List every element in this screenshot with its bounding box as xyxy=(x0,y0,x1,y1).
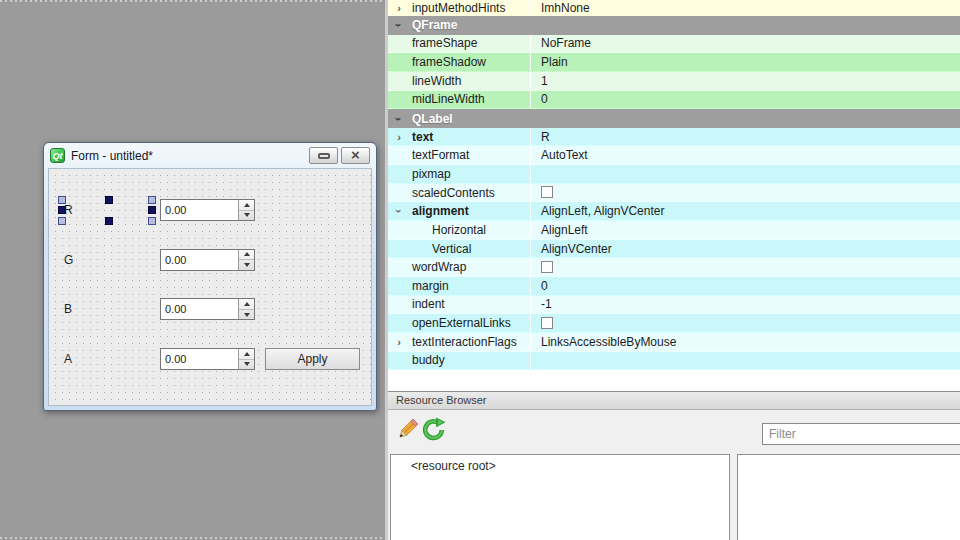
expand-icon[interactable]: › xyxy=(388,336,410,348)
checkbox[interactable] xyxy=(541,261,553,273)
minimize-icon xyxy=(318,153,330,159)
spin-down-button[interactable] xyxy=(239,360,254,370)
up-arrow-icon xyxy=(244,352,250,356)
property-row-buddy[interactable]: buddy xyxy=(388,352,960,371)
property-value[interactable]: 0 xyxy=(531,92,960,106)
property-name: buddy xyxy=(410,353,530,367)
resource-browser-header[interactable]: Resource Browser xyxy=(388,391,960,410)
spin-up-button[interactable] xyxy=(239,349,254,360)
spinbox-B[interactable]: 0.00 xyxy=(160,298,255,320)
property-value[interactable]: NoFrame xyxy=(531,36,960,50)
form-title-bar[interactable]: Qt Form - untitled* × xyxy=(44,143,376,168)
property-value[interactable]: R xyxy=(531,130,960,144)
apply-button[interactable]: Apply xyxy=(265,348,360,370)
property-row-lineWidth[interactable]: lineWidth1 xyxy=(388,72,960,91)
property-row-openExternalLinks[interactable]: openExternalLinks xyxy=(388,314,960,333)
checkbox[interactable] xyxy=(541,186,553,198)
property-value[interactable] xyxy=(531,184,960,201)
spinbox-value[interactable]: 0.00 xyxy=(161,250,238,270)
resource-tree-panel[interactable]: <resource root> xyxy=(390,454,730,540)
property-value[interactable]: AutoText xyxy=(531,148,960,162)
selection-handle[interactable] xyxy=(105,217,113,225)
property-row-frameShadow[interactable]: frameShadowPlain xyxy=(388,53,960,72)
property-value[interactable]: -1 xyxy=(531,297,960,311)
property-value[interactable] xyxy=(531,259,960,276)
selection-handle[interactable] xyxy=(148,196,156,204)
down-arrow-icon xyxy=(244,213,250,217)
property-name: frameShape xyxy=(410,36,530,50)
property-value[interactable]: 1 xyxy=(531,74,960,88)
close-button[interactable]: × xyxy=(341,147,370,164)
property-value[interactable]: AlignLeft xyxy=(531,223,960,237)
property-row-indent[interactable]: indent-1 xyxy=(388,296,960,315)
expand-icon[interactable]: › xyxy=(388,19,410,31)
spinbox-value[interactable]: 0.00 xyxy=(161,299,238,319)
resource-browser: Resource Browser xyxy=(385,391,960,540)
property-value[interactable]: ImhNone xyxy=(531,1,960,15)
property-row-pixmap[interactable]: pixmap xyxy=(388,165,960,184)
resource-browser-title: Resource Browser xyxy=(396,394,486,406)
expand-icon[interactable]: › xyxy=(388,131,410,143)
property-row-midLineWidth[interactable]: midLineWidth0 xyxy=(388,91,960,110)
property-value[interactable] xyxy=(531,315,960,332)
property-row-alignment[interactable]: ›alignmentAlignLeft, AlignVCenter xyxy=(388,202,960,221)
spinbox-G[interactable]: 0.00 xyxy=(160,249,255,271)
property-value[interactable]: AlignLeft, AlignVCenter xyxy=(531,204,960,218)
up-arrow-icon xyxy=(244,302,250,306)
selection-handle[interactable] xyxy=(148,206,156,214)
property-name: indent xyxy=(410,297,530,311)
expand-icon[interactable]: › xyxy=(388,2,410,14)
property-group-QLabel[interactable]: ›QLabel xyxy=(388,109,960,128)
expand-icon[interactable]: › xyxy=(388,205,410,217)
property-row-textFormat[interactable]: textFormatAutoText xyxy=(388,146,960,165)
form-label-R[interactable]: R xyxy=(64,203,73,217)
minimize-button[interactable] xyxy=(309,147,338,164)
property-row-text[interactable]: ›textR xyxy=(388,128,960,147)
form-label-B[interactable]: B xyxy=(64,302,72,316)
form-designer-window: Qt Form - untitled* × Apply R0.00G0.00B0… xyxy=(43,142,377,411)
spin-down-button[interactable] xyxy=(239,260,254,270)
selection-handle[interactable] xyxy=(58,217,66,225)
property-name: Vertical xyxy=(410,242,530,256)
property-row-Horizontal[interactable]: HorizontalAlignLeft xyxy=(388,221,960,240)
property-row-textInteractionFlags[interactable]: ›textInteractionFlagsLinksAccessibleByMo… xyxy=(388,333,960,352)
spinbox-A[interactable]: 0.00 xyxy=(160,348,255,370)
close-icon: × xyxy=(351,147,360,162)
reload-resources-button[interactable] xyxy=(421,417,446,446)
selection-handle[interactable] xyxy=(148,217,156,225)
property-value[interactable]: LinksAccessibleByMouse xyxy=(531,335,960,349)
property-row-Vertical[interactable]: VerticalAlignVCenter xyxy=(388,240,960,259)
property-name: Horizontal xyxy=(410,223,530,237)
property-group-QFrame[interactable]: ›QFrame xyxy=(388,16,960,35)
property-name: wordWrap xyxy=(410,260,530,274)
checkbox[interactable] xyxy=(541,317,553,329)
spinbox-value[interactable]: 0.00 xyxy=(161,200,238,220)
filter-input[interactable] xyxy=(762,423,960,445)
property-row-inputMethodHints[interactable]: ›inputMethodHintsImhNone xyxy=(388,0,960,16)
spin-up-button[interactable] xyxy=(239,250,254,261)
property-value[interactable]: 0 xyxy=(531,279,960,293)
property-row-margin[interactable]: margin0 xyxy=(388,277,960,296)
property-value[interactable]: Plain xyxy=(531,55,960,69)
spinbox-R[interactable]: 0.00 xyxy=(160,199,255,221)
up-arrow-icon xyxy=(244,252,250,256)
selection-handle[interactable] xyxy=(105,196,113,204)
spin-down-button[interactable] xyxy=(239,310,254,320)
edit-resources-button[interactable] xyxy=(395,417,419,447)
property-row-frameShape[interactable]: frameShapeNoFrame xyxy=(388,35,960,54)
pencil-icon xyxy=(395,417,419,443)
form-label-G[interactable]: G xyxy=(64,253,73,267)
property-value[interactable]: AlignVCenter xyxy=(531,242,960,256)
spin-up-button[interactable] xyxy=(239,299,254,310)
resource-root-item[interactable]: <resource root> xyxy=(391,455,729,473)
resource-preview-panel[interactable] xyxy=(737,454,960,540)
expand-icon[interactable]: › xyxy=(388,113,410,125)
form-label-A[interactable]: A xyxy=(64,352,72,366)
form-edit-canvas[interactable]: Apply R0.00G0.00B0.00A0.00 xyxy=(48,168,372,406)
property-row-scaledContents[interactable]: scaledContents xyxy=(388,184,960,203)
spin-down-button[interactable] xyxy=(239,211,254,221)
property-row-wordWrap[interactable]: wordWrap xyxy=(388,258,960,277)
spinbox-value[interactable]: 0.00 xyxy=(161,349,238,369)
property-name: midLineWidth xyxy=(410,92,530,106)
spin-up-button[interactable] xyxy=(239,200,254,211)
